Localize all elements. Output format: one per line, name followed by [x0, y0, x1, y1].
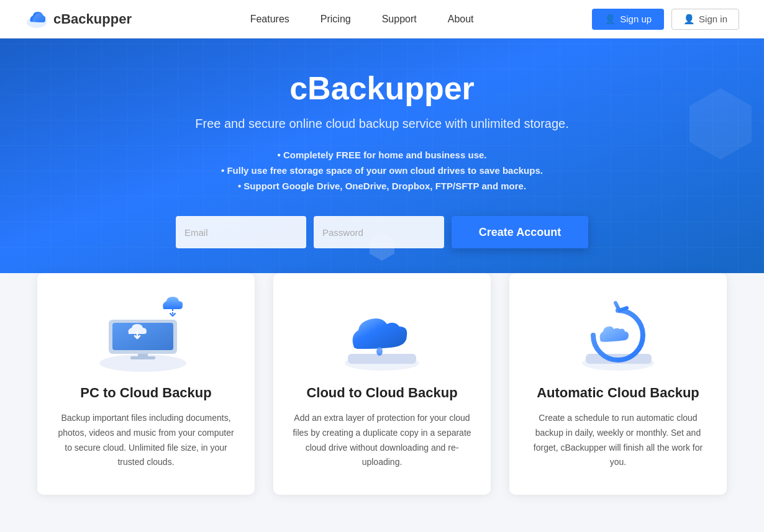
auto-cloud-icon	[568, 292, 668, 372]
password-input[interactable]	[314, 216, 444, 248]
hero-bullet-3: Support Google Drive, OneDrive, Dropbox,…	[25, 181, 739, 191]
pc-cloud-icon	[90, 292, 202, 372]
cloud-cloud-icon	[332, 292, 432, 372]
hero-bullets: Completely FREE for home and business us…	[25, 150, 739, 191]
email-input[interactable]	[176, 216, 306, 248]
logo-text: cBackupper	[53, 11, 132, 27]
card-auto-cloud: Automatic Cloud Backup Create a schedule…	[509, 273, 727, 495]
card-cloud-cloud-title: Cloud to Cloud Backup	[292, 385, 472, 401]
card-cloud-cloud: Cloud to Cloud Backup Add an extra layer…	[273, 273, 491, 495]
card-auto-cloud-desc: Create a schedule to run automatic cloud…	[528, 411, 708, 470]
signup-button[interactable]: 👤 Sign up	[592, 9, 664, 30]
hero-section: cBackupper Free and secure online cloud …	[0, 38, 764, 298]
cards-section: PC to Cloud Backup Backup important file…	[0, 273, 764, 532]
nav-links: Features Pricing Support About	[250, 14, 474, 25]
logo-icon	[25, 7, 48, 31]
card-pc-cloud: PC to Cloud Backup Backup important file…	[37, 273, 255, 495]
create-account-button[interactable]: Create Account	[452, 216, 588, 248]
hero-bullet-2: Fully use free storage space of your own…	[25, 165, 739, 176]
nav-actions: 👤 Sign up 👤 Sign in	[592, 9, 739, 30]
hero-bullet-1: Completely FREE for home and business us…	[25, 150, 739, 160]
card-auto-cloud-title: Automatic Cloud Backup	[528, 385, 708, 401]
logo-link[interactable]: cBackupper	[25, 7, 132, 31]
signin-person-icon: 👤	[683, 14, 695, 25]
card-pc-cloud-title: PC to Cloud Backup	[56, 385, 236, 401]
hero-title: cBackupper	[25, 70, 739, 107]
svg-point-10	[376, 347, 383, 356]
hero-form: Create Account	[25, 216, 739, 248]
nav-about[interactable]: About	[448, 14, 474, 25]
nav-support[interactable]: Support	[382, 14, 417, 25]
signup-person-icon: 👤	[604, 14, 616, 25]
svg-rect-9	[348, 354, 416, 364]
card-cloud-cloud-desc: Add an extra layer of protection for you…	[292, 411, 472, 470]
cloud-cloud-icon-area	[292, 286, 472, 372]
hero-subtitle: Free and secure online cloud backup serv…	[25, 117, 739, 131]
svg-rect-3	[130, 356, 155, 359]
pc-cloud-icon-area	[56, 286, 236, 372]
auto-cloud-icon-area	[528, 286, 708, 372]
navbar: cBackupper Features Pricing Support Abou…	[0, 0, 764, 38]
svg-rect-5	[112, 323, 173, 350]
nav-features[interactable]: Features	[250, 14, 289, 25]
card-pc-cloud-desc: Backup important files including documen…	[56, 411, 236, 470]
signin-button[interactable]: 👤 Sign in	[671, 9, 739, 30]
nav-pricing[interactable]: Pricing	[321, 14, 351, 25]
